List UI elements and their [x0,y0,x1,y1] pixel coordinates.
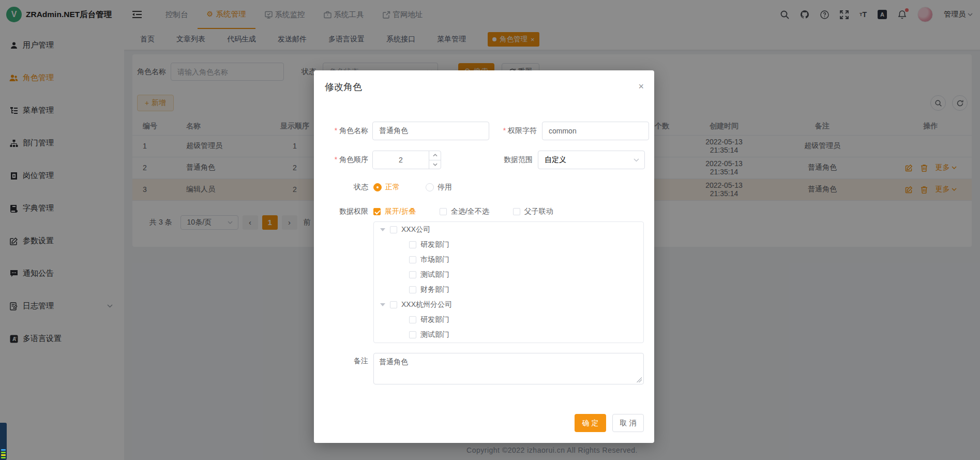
row-role-name: 角色名称 权限字符 [314,122,649,140]
department-tree: XXX公司 研发部门 市场部门 测试部门 财务部门 XXX杭州分公司 研发部门 [373,221,644,343]
tree-node[interactable]: 测试部门 [374,267,643,282]
tree-node[interactable]: 研发部门 [374,312,643,327]
tree-node[interactable]: XXX公司 [374,222,643,237]
row-remark: 备注 [314,356,368,366]
radio-normal[interactable] [373,183,382,191]
tree-checkbox[interactable] [409,256,416,263]
select-all-label: 全选/全不选 [451,207,489,216]
tree-node-label: 市场部门 [420,255,449,264]
tree-node[interactable]: 市场部门 [374,252,643,267]
dialog-footer: 确 定 取 消 [575,414,644,432]
radio-disabled[interactable] [426,183,434,191]
row-role-sort: 角色顺序 数据范围 自定义 [314,151,645,169]
data-scope-label: 数据范围 [489,155,533,165]
tree-node[interactable]: 财务部门 [374,282,643,297]
tree-checkbox[interactable] [409,241,416,248]
data-permission-label: 数据权限 [314,207,368,216]
stepper-up-button[interactable] [429,151,441,160]
caret-down-icon[interactable] [380,228,385,231]
tree-node-label: 测试部门 [420,270,449,279]
devtools-widget[interactable] [0,423,7,460]
tree-checkbox[interactable] [409,331,416,338]
remark-textarea[interactable]: 普通角色 [373,353,644,384]
role-sort-input[interactable] [373,151,429,169]
tree-checkbox[interactable] [390,226,397,233]
tree-node[interactable]: XXX杭州分公司 [374,297,643,312]
stepper-down-button[interactable] [429,160,441,169]
dialog-title: 修改角色 [325,81,362,93]
role-name-input[interactable] [372,122,489,140]
role-sort-stepper [372,151,441,169]
resize-grip-icon[interactable] [637,377,642,382]
expand-collapse-label: 展开/折叠 [385,207,416,216]
role-key-input[interactable] [542,122,649,140]
chevron-down-icon [634,158,639,162]
tree-node-label: 研发部门 [420,315,449,324]
confirm-button[interactable]: 确 定 [575,414,606,432]
data-scope-value: 自定义 [545,155,566,165]
cancel-button[interactable]: 取 消 [612,414,644,432]
tree-node-label: XXX公司 [401,225,430,234]
checkbox-parent-child-link[interactable] [513,208,520,215]
radio-disabled-label: 停用 [438,183,452,192]
row-status: 状态 正常 停用 [314,180,452,195]
edit-role-dialog: 修改角色 × 角色名称 权限字符 角色顺序 数据范围 自定义 状态 正常 停用 … [314,70,654,443]
checkbox-select-all[interactable] [440,208,447,215]
radio-normal-label: 正常 [385,183,400,192]
tree-node-label: XXX杭州分公司 [401,300,452,309]
tree-node-label: 研发部门 [420,240,449,249]
role-key-label: 权限字符 [503,126,537,135]
parent-child-link-label: 父子联动 [524,207,553,216]
tree-node-label: 测试部门 [420,330,449,339]
tree-node[interactable]: 研发部门 [374,237,643,252]
tree-checkbox[interactable] [409,316,416,323]
role-sort-label: 角色顺序 [335,155,368,164]
tree-node[interactable]: 测试部门 [374,327,643,342]
tree-checkbox[interactable] [390,301,397,308]
role-name-label: 角色名称 [335,126,368,135]
data-scope-select[interactable]: 自定义 [538,151,645,169]
tree-checkbox[interactable] [409,271,416,278]
checkbox-expand-collapse[interactable] [373,208,381,215]
caret-down-icon[interactable] [380,303,385,306]
close-icon[interactable]: × [638,82,644,91]
status-label: 状态 [314,183,368,192]
tree-node-label: 财务部门 [420,285,449,294]
tree-checkbox[interactable] [409,286,416,293]
row-data-permission: 数据权限 展开/折叠 全选/全不选 父子联动 [314,204,553,219]
remark-label: 备注 [314,357,368,366]
